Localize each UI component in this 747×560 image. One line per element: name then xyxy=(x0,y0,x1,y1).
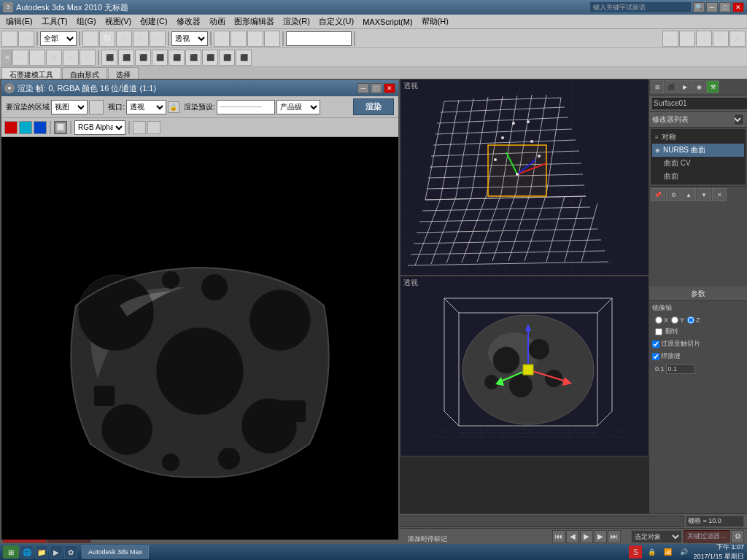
tray-icon-2[interactable]: 🔒 xyxy=(645,545,658,559)
menu-animation[interactable]: 动画 xyxy=(205,15,230,28)
render-window-maximize[interactable]: □ xyxy=(371,83,382,93)
render-window-minimize[interactable]: ─ xyxy=(357,83,369,93)
sidebar-toggle[interactable]: ◀ xyxy=(1,50,12,66)
redo-button[interactable]: ↪ xyxy=(18,31,34,47)
weld-checkbox[interactable] xyxy=(652,353,659,360)
x-axis-option[interactable]: X xyxy=(655,316,668,324)
tool4[interactable]: ⊕ xyxy=(63,50,79,66)
maximize-button[interactable]: □ xyxy=(719,2,731,12)
volume-icon[interactable]: 🔊 xyxy=(677,545,690,559)
quality-dropdown[interactable]: 产品级 xyxy=(276,100,320,114)
media-player-icon[interactable]: ▶ xyxy=(50,545,63,559)
menu-group[interactable]: 组(G) xyxy=(72,15,101,28)
tool1[interactable]: ✂ xyxy=(12,50,28,66)
menu-help[interactable]: 帮助(H) xyxy=(417,15,453,28)
tray-icon-1[interactable]: S xyxy=(629,545,642,559)
tool12[interactable]: ⬛ xyxy=(202,50,218,66)
menu-graph-editors[interactable]: 图形编辑器 xyxy=(230,15,279,28)
next-frame-button[interactable]: ▶ xyxy=(594,530,607,543)
x-axis-radio[interactable] xyxy=(655,316,662,324)
render-window-close[interactable]: ✕ xyxy=(384,83,395,93)
hierarchy-icon[interactable]: ⬛ xyxy=(665,80,678,93)
configure-modifier-button[interactable]: ⚙ xyxy=(666,188,681,201)
render-area-pick-button[interactable]: ↖ xyxy=(89,100,104,114)
mono-button[interactable]: ⬜ xyxy=(54,121,67,134)
modifier-list-dropdown[interactable]: ▼ xyxy=(734,114,744,125)
render-button[interactable]: 渲染 xyxy=(353,98,394,115)
select-button[interactable]: ↖ xyxy=(82,31,98,47)
scale-button[interactable]: ⇱ xyxy=(150,31,166,47)
render-area-dropdown[interactable]: 视图 xyxy=(51,100,88,114)
angle-snap-button[interactable]: ∠ xyxy=(231,31,247,47)
named-selection-input[interactable] xyxy=(286,31,352,46)
anim-mode-dropdown[interactable]: 选定对象 xyxy=(631,530,682,543)
percent-snap-button[interactable]: % xyxy=(247,31,263,47)
curve-editor-button[interactable]: ~ xyxy=(679,31,695,47)
tool8[interactable]: ⬛ xyxy=(135,50,151,66)
menu-tools[interactable]: 工具(T) xyxy=(37,15,72,28)
utilities-icon[interactable]: ⚒ xyxy=(706,80,719,93)
material-editor-button[interactable]: M xyxy=(696,31,712,47)
move-modifier-down-button[interactable]: ▼ xyxy=(697,188,711,201)
z-axis-option[interactable]: Z xyxy=(687,316,700,324)
layer-manager-button[interactable]: ⊞ xyxy=(662,31,678,47)
object-name-input[interactable]: Surface01 xyxy=(652,98,747,109)
display-fit-button[interactable]: ⊞ xyxy=(147,121,160,134)
play-button[interactable]: ▶ xyxy=(580,530,593,543)
browser-icon[interactable]: ✿ xyxy=(64,545,77,559)
menu-modifier[interactable]: 修改器 xyxy=(172,15,205,28)
tool7[interactable]: ⬛ xyxy=(118,50,134,66)
cyan-swatch[interactable] xyxy=(19,121,32,134)
tool14[interactable]: ⬛ xyxy=(236,50,252,66)
tool5[interactable]: ⊗ xyxy=(80,50,96,66)
tool11[interactable]: ⬛ xyxy=(185,50,201,66)
y-axis-radio[interactable] xyxy=(671,316,678,324)
menu-maxscript[interactable]: MAXScript(M) xyxy=(358,16,417,28)
tool3[interactable]: ⬟ xyxy=(46,50,62,66)
modifier-item-symmetry[interactable]: ≡ 对称 xyxy=(652,131,744,144)
tool9[interactable]: ⬛ xyxy=(152,50,168,66)
display-icon[interactable]: ◉ xyxy=(692,80,705,93)
tool2[interactable]: ⬥ xyxy=(29,50,45,66)
explorer-icon[interactable]: 📁 xyxy=(35,545,48,559)
max-taskbar-item[interactable]: Autodesk 3ds Max xyxy=(82,545,149,559)
close-button[interactable]: ✕ xyxy=(732,2,744,12)
time-config-button[interactable]: ⚙ xyxy=(731,530,744,543)
start-button[interactable]: ⊞ xyxy=(3,545,19,559)
ie-icon[interactable]: 🌐 xyxy=(20,545,34,559)
rotate-button[interactable]: ↻ xyxy=(133,31,149,47)
modifier-sub-surface[interactable]: 曲面 xyxy=(652,170,744,183)
selection-filter-dropdown[interactable]: 全部 xyxy=(40,31,77,46)
render-button[interactable]: ▶ xyxy=(729,31,746,47)
key-filter-button[interactable]: 关键过滤器... xyxy=(684,530,729,542)
z-axis-radio[interactable] xyxy=(687,316,694,324)
menu-edit[interactable]: 编辑(E) xyxy=(1,15,37,28)
menu-render[interactable]: 渲染(R) xyxy=(279,15,314,28)
display-mode-icon[interactable]: ⊞ xyxy=(651,80,664,93)
render-setup-button[interactable]: ⚙ xyxy=(713,31,729,47)
menu-create[interactable]: 创建(C) xyxy=(136,15,171,28)
select-region-button[interactable]: ⬜ xyxy=(99,31,115,47)
flip-checkbox[interactable] xyxy=(655,328,662,335)
threshold-value-input[interactable] xyxy=(666,364,695,374)
y-axis-option[interactable]: Y xyxy=(671,316,684,324)
move-modifier-up-button[interactable]: ▲ xyxy=(681,188,696,201)
undo-button[interactable]: ↩ xyxy=(1,31,18,47)
lock-viewport-button[interactable]: 🔒 xyxy=(168,101,179,113)
motion-icon[interactable]: ▶ xyxy=(678,80,692,93)
delete-modifier-button[interactable]: ✕ xyxy=(712,188,727,201)
minimize-button[interactable]: ─ xyxy=(706,2,718,12)
threshold-checkbox[interactable] xyxy=(652,341,659,348)
goto-end-button[interactable]: ⏭ xyxy=(608,530,621,543)
menu-customize[interactable]: 自定义(U) xyxy=(314,15,358,28)
tool10[interactable]: ⬛ xyxy=(169,50,185,66)
pin-stack-button[interactable]: 📌 xyxy=(651,188,665,201)
display-1to1-button[interactable]: 1:1 xyxy=(133,121,146,134)
modifier-sub-cv[interactable]: 曲面 CV xyxy=(652,157,744,170)
tool6[interactable]: ⬛ xyxy=(101,50,117,66)
3d-snap-button[interactable]: 3 xyxy=(214,31,230,47)
search-icon[interactable]: 🔍 xyxy=(693,2,705,12)
red-swatch[interactable] xyxy=(4,121,18,134)
goto-start-button[interactable]: ⏮ xyxy=(552,530,565,543)
clock-display[interactable]: 下午 1:07 2017/1/15 星期日 xyxy=(693,542,744,560)
